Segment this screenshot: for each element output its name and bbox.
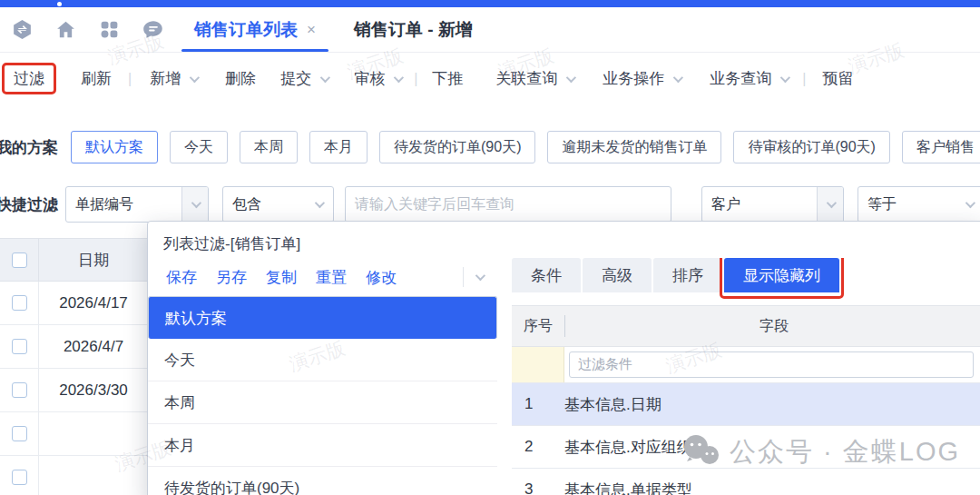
plan-button-today[interactable]: 今天 (170, 131, 228, 163)
save-as-button[interactable]: 另存 (216, 267, 247, 288)
grid-row[interactable]: 3 基本信息.单据类型 (512, 469, 980, 495)
search-placeholder: 请输入关键字后回车查询 (355, 195, 514, 214)
row-number: 1 (512, 395, 564, 413)
modify-button[interactable]: 修改 (366, 267, 397, 288)
plan-button-to-audit-90d[interactable]: 待审核的订单(90天) (733, 131, 889, 163)
filter-button-label: 过滤 (14, 68, 44, 89)
related-query-button[interactable]: 关联查询 (495, 68, 573, 89)
my-plans-row: 我的方案 默认方案 今天 本周 本月 待发货的订单(90天) 逾期未发货的销售订… (0, 118, 980, 176)
toolbar: 过滤 刷新 | 新增 删除 提交 审核 | 下推 关联查询 业务操作 业务查询 … (0, 53, 980, 104)
tab-sort[interactable]: 排序 (653, 258, 722, 292)
chevron-down-icon (817, 187, 843, 222)
message-icon[interactable] (142, 18, 165, 42)
row-checkbox[interactable] (12, 426, 27, 441)
home-icon[interactable] (54, 18, 77, 41)
row-checkbox[interactable] (12, 339, 27, 354)
plan-item-default[interactable]: 默认方案 (148, 296, 497, 339)
tab-label: 销售订单 - 新增 (354, 18, 473, 42)
plan-list: 默认方案 今天 本周 本月 待发货的订单(90天) (148, 296, 497, 495)
toolbar-divider: | (414, 71, 417, 87)
chevron-down-icon (965, 198, 975, 208)
filter-row-index-cell (512, 347, 564, 382)
operator-select-value: 包含 (232, 195, 261, 214)
delete-label: 删除 (225, 68, 256, 89)
top-strip (0, 0, 980, 7)
chevron-down-icon (566, 72, 576, 82)
push-down-button[interactable]: 下推 (432, 68, 463, 89)
tab-sales-order-list[interactable]: 销售订单列表 × (181, 7, 328, 52)
plan-button-this-month[interactable]: 本月 (309, 131, 368, 163)
tab-condition[interactable]: 条件 (512, 258, 581, 292)
date-column-header: 日期 (39, 250, 148, 271)
business-operation-button[interactable]: 业务操作 (603, 68, 681, 89)
date-cell: 2026/4/7 (39, 338, 148, 356)
date-cell: 2026/3/30 (39, 381, 148, 400)
field-select[interactable]: 单据编号 (65, 186, 209, 223)
no-column-header: 序号 (512, 317, 564, 336)
chevron-down-icon (673, 72, 683, 82)
save-button[interactable]: 保存 (166, 267, 197, 288)
operator2-select-value: 等于 (867, 195, 897, 214)
add-button[interactable]: 新增 (150, 68, 197, 89)
toolbar-divider: | (128, 71, 132, 87)
reserve-button[interactable]: 预留 (822, 68, 853, 89)
tab-show-hide-columns[interactable]: 显示隐藏列 (724, 258, 839, 292)
list-filter-dialog: 列表过滤-[销售订单] 保存 另存 复制 重置 修改 默认方案 今天 本周 本月 (147, 221, 980, 495)
operator2-select[interactable]: 等于 (858, 186, 980, 223)
reset-button[interactable]: 重置 (316, 267, 347, 288)
plan-button-this-week[interactable]: 本周 (240, 131, 298, 163)
reserve-label: 预留 (822, 68, 853, 89)
grid-row[interactable]: 2 基本信息.对应组织 (512, 426, 980, 469)
quick-filter-label: 快捷过滤 (0, 194, 58, 215)
columns-grid: 序号 字段 过滤条件 1 基本信息.日期 (512, 305, 980, 495)
filter-button-annotated[interactable]: 过滤 (2, 63, 56, 94)
plan-button-overdue-unshipped[interactable]: 逾期未发货的销售订单 (547, 131, 721, 163)
row-checkbox[interactable] (12, 382, 27, 398)
plan-item-this-week[interactable]: 本周 (148, 381, 497, 424)
delete-button[interactable]: 删除 (225, 68, 256, 89)
grid-row[interactable]: 1 基本信息.日期 (512, 383, 980, 426)
refresh-button[interactable]: 刷新 (81, 68, 112, 89)
toolbar-divider: | (802, 71, 806, 87)
chevron-down-icon (315, 198, 325, 208)
plan-button-to-ship-90d[interactable]: 待发货的订单(90天) (379, 131, 535, 163)
tab-sales-order-new[interactable]: 销售订单 - 新增 (341, 7, 485, 52)
submit-button[interactable]: 提交 (280, 68, 328, 89)
window-dot (57, 2, 62, 6)
audit-label: 审核 (354, 68, 385, 89)
plan-button-customer-sales[interactable]: 客户销售 (902, 131, 980, 163)
field-column-header: 字段 (565, 317, 980, 336)
keyword-search-input[interactable]: 请输入关键字后回车查询 (345, 186, 671, 223)
app-logo-icon[interactable] (11, 18, 34, 41)
close-icon[interactable]: × (307, 21, 316, 39)
plan-item-to-ship-90d[interactable]: 待发货的订单(90天) (148, 467, 497, 495)
tab-label: 销售订单列表 (194, 18, 298, 42)
select-all-checkbox[interactable] (12, 252, 27, 268)
copy-button[interactable]: 复制 (266, 267, 297, 288)
plan-item-this-month[interactable]: 本月 (148, 424, 497, 467)
tab-bar: 销售订单列表 × 销售订单 - 新增 (0, 7, 980, 53)
tab-advanced[interactable]: 高级 (583, 258, 652, 292)
column-filter-placeholder: 过滤条件 (578, 356, 632, 373)
chevron-down-icon (394, 72, 404, 82)
column-filter-input[interactable]: 过滤条件 (569, 351, 974, 378)
date-cell: 2026/4/17 (39, 294, 148, 312)
app-grid-icon[interactable] (98, 18, 121, 41)
row-checkbox[interactable] (12, 470, 27, 485)
plan-actions-row: 保存 另存 复制 重置 修改 (148, 258, 497, 296)
plan-button-default[interactable]: 默认方案 (71, 131, 158, 163)
field2-select[interactable]: 客户 (701, 186, 844, 223)
my-plans-label: 我的方案 (0, 137, 58, 158)
plan-item-today[interactable]: 今天 (148, 339, 497, 381)
grid-filter-row: 过滤条件 (512, 347, 980, 383)
field2-select-value: 客户 (711, 195, 740, 214)
audit-button[interactable]: 审核 (354, 68, 401, 89)
business-operation-label: 业务操作 (603, 68, 664, 89)
business-query-button[interactable]: 业务查询 (710, 68, 788, 89)
operator-select[interactable]: 包含 (222, 186, 334, 223)
chevron-down-icon[interactable] (475, 271, 485, 281)
active-tab-underline (181, 49, 328, 52)
row-checkbox[interactable] (12, 295, 27, 311)
add-label: 新增 (150, 68, 181, 89)
chevron-down-icon (320, 72, 330, 82)
